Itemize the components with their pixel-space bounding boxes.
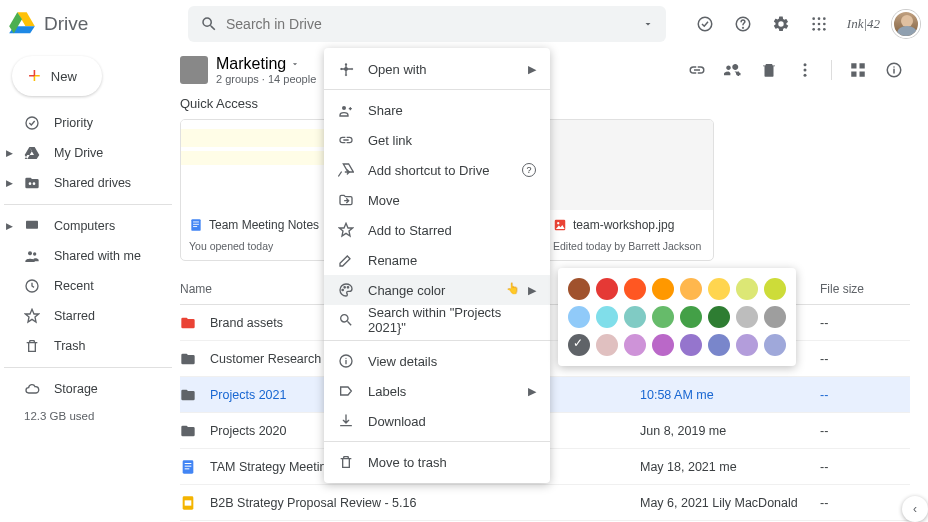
details-button[interactable] — [878, 54, 910, 86]
col-size[interactable]: File size — [820, 282, 910, 296]
color-swatch[interactable] — [652, 278, 674, 300]
menu-star[interactable]: Add to Starred — [324, 215, 550, 245]
menu-rename[interactable]: Rename — [324, 245, 550, 275]
app-title: Drive — [44, 13, 88, 35]
sidebar-item-shared-with-me[interactable]: Shared with me — [4, 241, 172, 271]
svg-rect-25 — [860, 72, 865, 77]
menu-trash[interactable]: Move to trash — [324, 447, 550, 477]
table-row[interactable]: B2B Strategy Proposal Review - 5.16May 6… — [180, 485, 910, 521]
file-name: Projects 2021 — [210, 388, 286, 402]
file-type-icon — [189, 218, 203, 232]
color-swatch[interactable] — [624, 334, 646, 356]
size-cell: -- — [820, 316, 910, 330]
menu-open[interactable]: Open with▶ — [324, 54, 550, 84]
priority-icon — [24, 115, 40, 131]
menu-shortcut[interactable]: Add shortcut to Drive? — [324, 155, 550, 185]
account-avatar[interactable] — [892, 10, 920, 38]
settings-button[interactable] — [765, 8, 797, 40]
color-swatch[interactable] — [764, 278, 786, 300]
color-swatch[interactable] — [568, 306, 590, 328]
scroll-chevron[interactable]: ‹ — [902, 496, 928, 522]
svg-point-14 — [33, 182, 36, 185]
color-swatch[interactable] — [652, 334, 674, 356]
menu-share[interactable]: Share — [324, 95, 550, 125]
menu-link[interactable]: Get link — [324, 125, 550, 155]
sidebar-item-my-drive[interactable]: ▶My Drive — [4, 138, 172, 168]
more-button[interactable] — [789, 54, 821, 86]
logo-area[interactable]: Drive — [8, 10, 180, 38]
share-icon — [338, 102, 354, 118]
folder-title[interactable]: Marketing — [216, 55, 316, 73]
size-cell: -- — [820, 352, 910, 366]
svg-point-4 — [817, 17, 820, 20]
color-swatch[interactable] — [736, 334, 758, 356]
color-swatch[interactable] — [624, 278, 646, 300]
svg-point-13 — [29, 182, 32, 185]
folder-toolbar — [681, 54, 910, 86]
sidebar-storage[interactable]: Storage — [4, 374, 172, 404]
menu-download[interactable]: Download — [324, 406, 550, 436]
menu-info[interactable]: View details — [324, 346, 550, 376]
sidebar-item-recent[interactable]: Recent — [4, 271, 172, 301]
file-type-icon — [180, 459, 196, 475]
shared-icon — [24, 248, 40, 264]
color-swatch[interactable] — [708, 306, 730, 328]
menu-move[interactable]: Move — [324, 185, 550, 215]
color-swatch[interactable] — [596, 334, 618, 356]
file-type-icon — [553, 218, 567, 232]
new-button[interactable]: + New — [12, 56, 102, 96]
nav-label: Starred — [54, 309, 95, 323]
color-swatch[interactable] — [652, 306, 674, 328]
color-swatch[interactable] — [680, 278, 702, 300]
svg-point-16 — [28, 251, 32, 255]
menu-palette[interactable]: Change color▶👆 — [324, 275, 550, 305]
svg-point-7 — [817, 23, 820, 26]
color-swatch[interactable] — [764, 306, 786, 328]
color-swatch[interactable] — [624, 306, 646, 328]
help-button[interactable] — [727, 8, 759, 40]
color-swatch[interactable] — [736, 278, 758, 300]
plus-icon: + — [28, 63, 41, 89]
chevron-right-icon: ▶ — [528, 284, 536, 297]
sidebar-item-starred[interactable]: Starred — [4, 301, 172, 331]
grid-view-button[interactable] — [842, 54, 874, 86]
nav-label: Priority — [54, 116, 93, 130]
color-swatch[interactable] — [708, 278, 730, 300]
menu-search[interactable]: Search within "Projects 2021}" — [324, 305, 550, 335]
sidebar-item-computers[interactable]: ▶Computers — [4, 211, 172, 241]
menu-label[interactable]: Labels▶ — [324, 376, 550, 406]
color-swatch[interactable] — [680, 306, 702, 328]
download-icon — [338, 413, 354, 429]
color-swatch[interactable] — [736, 306, 758, 328]
svg-point-10 — [817, 28, 820, 31]
search-bar[interactable] — [188, 6, 666, 42]
modified-cell: Jun 8, 2019 me — [640, 424, 820, 438]
color-swatch[interactable] — [596, 278, 618, 300]
offline-ready-button[interactable] — [689, 8, 721, 40]
get-link-button[interactable] — [681, 54, 713, 86]
sidebar-item-shared-drives[interactable]: ▶Shared drives — [4, 168, 172, 198]
sidebar-item-priority[interactable]: Priority — [4, 108, 172, 138]
color-swatch[interactable] — [680, 334, 702, 356]
search-options-icon[interactable] — [642, 18, 654, 30]
chevron-right-icon: ▶ — [528, 385, 536, 398]
card-name: team-workshop.jpg — [573, 218, 674, 232]
menu-label: Change color — [368, 283, 445, 298]
file-name: Brand assets — [210, 316, 283, 330]
color-swatch[interactable] — [568, 278, 590, 300]
color-swatch[interactable] — [568, 334, 590, 356]
label-icon — [338, 383, 354, 399]
menu-label: Share — [368, 103, 403, 118]
storage-label: Storage — [54, 382, 98, 396]
color-swatch[interactable] — [708, 334, 730, 356]
apps-button[interactable] — [803, 8, 835, 40]
color-swatch[interactable] — [764, 334, 786, 356]
svg-rect-15 — [26, 221, 38, 229]
trash-button[interactable] — [753, 54, 785, 86]
color-swatch[interactable] — [596, 306, 618, 328]
menu-label: Download — [368, 414, 426, 429]
quick-access-card[interactable]: team-workshop.jpgEdited today by Barrett… — [544, 119, 714, 261]
search-input[interactable] — [226, 16, 634, 32]
share-button[interactable] — [717, 54, 749, 86]
sidebar-item-trash[interactable]: Trash — [4, 331, 172, 361]
